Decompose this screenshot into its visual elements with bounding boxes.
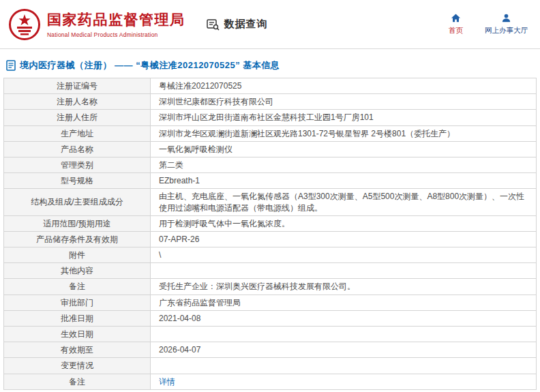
row-label: 审批部门 <box>4 295 151 310</box>
row-value: 2026-04-07 <box>151 342 537 358</box>
table-row: 管理类别第二类 <box>4 157 537 172</box>
data-query-section[interactable]: 数据查询 <box>206 18 268 31</box>
row-value: 粤械注准20212070525 <box>151 78 537 94</box>
row-label: 注册人住所 <box>4 110 151 125</box>
row-value: 深圳市龙华区观澜街道新澜社区观光路1301-72号银星智界 2号楼801（委托生… <box>151 125 537 141</box>
data-query-label: 数据查询 <box>224 18 268 31</box>
row-value: \ <box>151 247 537 263</box>
page-title: 境内医疗器械（注册） —— “粤械注准20212070525” 基本信息 <box>20 59 280 72</box>
table-row: 注册人名称深圳世纪康都医疗科技有限公司 <box>4 94 537 110</box>
row-label: 注册人名称 <box>4 94 151 110</box>
table-row: 适用范围/预期用途用于检测呼吸气体中一氧化氮浓度。 <box>4 215 537 231</box>
row-value: 受托生产企业：深圳奥兴医疗器械科技发展有限公司。 <box>151 279 537 295</box>
row-value: 用于检测呼吸气体中一氧化氮浓度。 <box>151 215 537 231</box>
row-value: 2021-04-08 <box>151 310 537 326</box>
row-label: 生效日期 <box>4 327 151 342</box>
document-icon <box>6 60 16 71</box>
row-label: 结构及组成/主要组成成分 <box>4 189 151 215</box>
row-label: 批准日期 <box>4 310 151 326</box>
brand-text: 国家药品监督管理局 National Medical Products Admi… <box>47 10 185 38</box>
data-query-icon <box>206 18 220 31</box>
row-value: 深圳市坪山区龙田街道南布社区金慧科技工业园1号厂房101 <box>151 110 537 125</box>
page-title-row: 境内医疗器械（注册） —— “粤械注准20212070525” 基本信息 <box>0 49 540 78</box>
row-label: 注册证编号 <box>4 78 151 94</box>
table-row: 结构及组成/主要组成成分由主机、充电底座、一氧化氮传感器（A3型300次测量、A… <box>4 189 537 215</box>
info-table-body: 注册证编号粤械注准20212070525注册人名称深圳世纪康都医疗科技有限公司注… <box>4 78 537 390</box>
nav-item-home[interactable]: 首页 <box>449 13 463 35</box>
row-value: 广东省药品监督管理局 <box>151 295 537 310</box>
table-row: 其他内容 <box>4 263 537 279</box>
row-label: 有效期至 <box>4 342 151 358</box>
table-row: 变更情况 <box>4 358 537 374</box>
row-label: 变更情况 <box>4 358 151 374</box>
row-label: 适用范围/预期用途 <box>4 215 151 231</box>
registration-info-table: 注册证编号粤械注准20212070525注册人名称深圳世纪康都医疗科技有限公司注… <box>3 78 537 390</box>
row-label: 附件 <box>4 247 151 263</box>
table-row: 型号规格EZbreath-1 <box>4 173 537 189</box>
row-value <box>151 358 537 374</box>
home-icon <box>451 13 461 23</box>
table-row: 产品储存条件及有效期07-APR-26 <box>4 231 537 247</box>
user-icon <box>501 13 511 23</box>
detail-link[interactable]: 详情 <box>159 377 175 387</box>
table-row: 注册人住所深圳市坪山区龙田街道南布社区金慧科技工业园1号厂房101 <box>4 110 537 125</box>
header: 国家药品监督管理局 National Medical Products Admi… <box>0 0 540 49</box>
site-title-en: National Medical Products Administration <box>47 31 185 38</box>
table-row: 备注详情 <box>4 374 537 389</box>
table-row: 审批部门广东省药品监督管理局 <box>4 295 537 310</box>
row-label: 其他内容 <box>4 263 151 279</box>
row-value: 深圳世纪康都医疗科技有限公司 <box>151 94 537 110</box>
top-nav: 首页 网上办事大厅 <box>449 13 528 35</box>
row-label: 管理类别 <box>4 157 151 172</box>
row-label: 型号规格 <box>4 173 151 189</box>
row-label: 备注 <box>4 374 151 389</box>
row-label: 备注 <box>4 279 151 295</box>
row-value: 由主机、充电底座、一氧化氮传感器（A3型300次测量、A5型500次测量、A8型… <box>151 189 537 215</box>
row-label: 产品名称 <box>4 141 151 157</box>
table-row: 生产地址深圳市龙华区观澜街道新澜社区观光路1301-72号银星智界 2号楼801… <box>4 125 537 141</box>
nav-home-label: 首页 <box>449 26 463 35</box>
brand: 国家药品监督管理局 National Medical Products Admi… <box>8 8 185 41</box>
table-row: 注册证编号粤械注准20212070525 <box>4 78 537 94</box>
row-value: 07-APR-26 <box>151 231 537 247</box>
row-value <box>151 263 537 279</box>
row-value: 详情 <box>151 374 537 389</box>
national-emblem-logo <box>8 8 41 41</box>
table-row: 批准日期2021-04-08 <box>4 310 537 326</box>
table-row: 有效期至2026-04-07 <box>4 342 537 358</box>
row-value <box>151 327 537 342</box>
row-value: 第二类 <box>151 157 537 172</box>
row-value: EZbreath-1 <box>151 173 537 189</box>
nav-item-service-hall[interactable]: 网上办事大厅 <box>485 13 528 35</box>
row-label: 生产地址 <box>4 125 151 141</box>
table-row: 产品名称一氧化氮呼吸检测仪 <box>4 141 537 157</box>
row-value: 一氧化氮呼吸检测仪 <box>151 141 537 157</box>
table-row: 附件\ <box>4 247 537 263</box>
row-label: 产品储存条件及有效期 <box>4 231 151 247</box>
table-row: 生效日期 <box>4 327 537 342</box>
nav-service-hall-label: 网上办事大厅 <box>485 26 528 35</box>
table-row: 备注受托生产企业：深圳奥兴医疗器械科技发展有限公司。 <box>4 279 537 295</box>
site-title-cn: 国家药品监督管理局 <box>47 10 185 29</box>
